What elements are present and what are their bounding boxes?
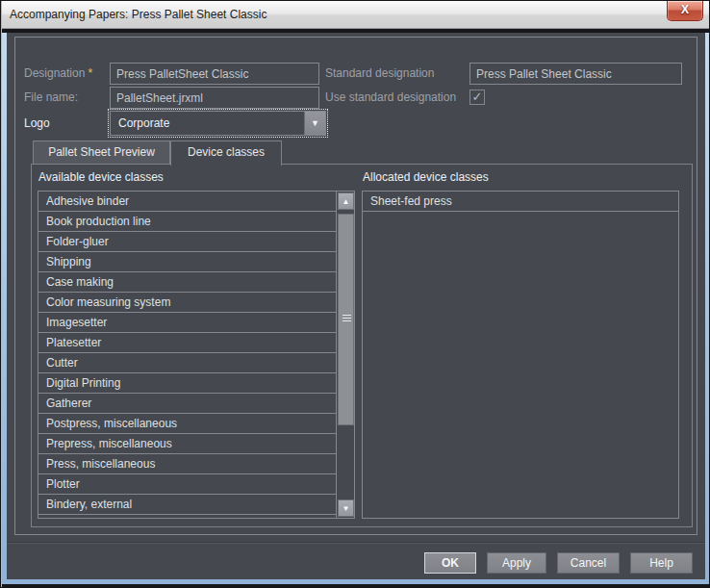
list-item[interactable]: Prepress, miscellaneous [38,434,336,454]
logo-select[interactable]: Corporate ▼ [110,111,326,136]
list-item[interactable]: Digital Printing [38,373,336,394]
scrollbar-grip [342,315,351,323]
list-item[interactable]: Book production line [38,212,336,232]
list-item[interactable]: Sheet-fed press [363,192,678,212]
help-button[interactable]: Help [630,552,693,574]
allocated-device-classes-list: Sheet-fed press [362,191,679,519]
allocated-items: Sheet-fed press [363,192,678,212]
vertical-scrollbar[interactable]: ▲ ▼ [336,192,354,518]
close-icon[interactable]: X [667,1,703,21]
designation-label: Designation* [24,63,92,85]
footer-divider [7,542,705,544]
list-item[interactable]: Plotter [38,474,336,495]
list-item[interactable]: Folder-gluer [38,232,336,252]
apply-button[interactable]: Apply [487,552,546,574]
checkmark-icon: ✓ [472,89,483,104]
chevron-down-icon[interactable]: ▼ [304,112,325,135]
dialog-body: Designation* Standard designation File n… [7,33,705,579]
ok-button[interactable]: OK [424,552,476,574]
window-title: Accompanying Papers: Press Pallet Sheet … [10,1,266,29]
scrollbar-thumb[interactable] [338,214,354,425]
available-items: Adhesive binderBook production lineFolde… [38,192,336,515]
list-item[interactable]: Gatherer [38,394,336,414]
logo-selected-value: Corporate [118,112,169,135]
list-item[interactable]: Color measuring system [38,293,336,313]
list-item[interactable]: Imagesetter [38,313,336,333]
logo-label: Logo [24,111,50,136]
list-item[interactable]: Press, miscellaneous [38,454,336,474]
tab-device-classes[interactable]: Device classes [170,141,282,166]
list-item[interactable]: Bindery, external [38,495,336,515]
list-item[interactable]: Adhesive binder [38,192,336,212]
file-name-label: File name: [24,87,78,109]
device-classes-panel: Available device classes Allocated devic… [31,164,693,527]
tab-pallet-sheet-preview[interactable]: Pallet Sheet Preview [33,141,170,164]
list-item[interactable]: Shipping [38,252,336,272]
window-border-bottom [2,584,710,588]
use-standard-designation-label: Use standard designation [325,87,456,109]
available-device-classes-header: Available device classes [38,169,164,185]
cancel-button[interactable]: Cancel [557,552,620,574]
scroll-down-icon[interactable]: ▼ [338,499,354,517]
dialog-window: Accompanying Papers: Press Pallet Sheet … [0,0,710,588]
allocated-device-classes-header: Allocated device classes [363,169,489,185]
titlebar[interactable]: Accompanying Papers: Press Pallet Sheet … [2,1,710,29]
list-item[interactable]: Case making [38,272,336,293]
required-asterisk: * [85,66,92,80]
list-item[interactable]: Platesetter [38,333,336,353]
available-device-classes-list: Adhesive binderBook production lineFolde… [38,191,355,519]
list-item[interactable]: Postpress, miscellaneous [38,414,336,434]
use-standard-designation-checkbox[interactable]: ✓ [469,89,485,105]
designation-input[interactable] [110,63,319,85]
standard-designation-label: Standard designation [325,63,434,85]
scroll-up-icon[interactable]: ▲ [338,192,354,210]
list-item[interactable]: Cutter [38,353,336,373]
standard-designation-input[interactable] [469,63,682,85]
file-name-input[interactable] [110,87,319,109]
